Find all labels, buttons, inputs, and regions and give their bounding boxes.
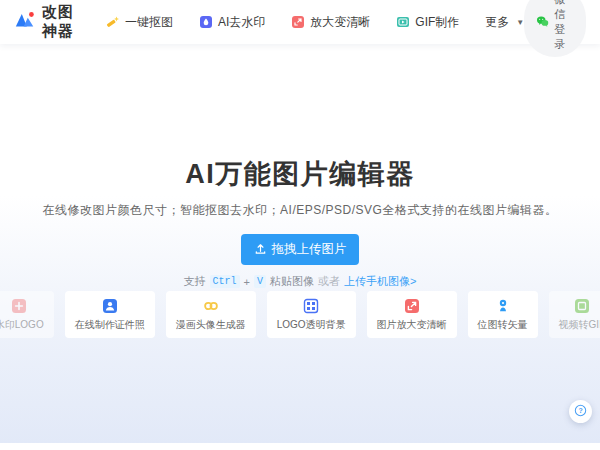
feature-label: 视频转GIF: [559, 318, 600, 332]
feature-card-vector[interactable]: 位图转矢量: [468, 291, 538, 338]
upload-button-label: 拖拽上传图片: [272, 241, 347, 258]
help-button[interactable]: ?: [569, 400, 592, 423]
nav-menu: 一键抠图 AI去水印 放大变清晰: [106, 14, 524, 31]
feature-card-image-enlarge[interactable]: 图片放大变清晰: [367, 291, 457, 338]
gif-make-icon: [396, 15, 410, 29]
support-line: 支持 Ctrl + V 粘贴图像 或者 上传手机图像>: [0, 274, 600, 289]
cartoon-avatar-icon: [203, 298, 219, 314]
watermark-remove-icon: [199, 15, 213, 29]
feature-label: 水印LOGO: [0, 318, 44, 332]
hero-section: AI万能图片编辑器 在线修改图片颜色尺寸；智能抠图去水印；AI/EPS/PSD/…: [0, 44, 600, 289]
nav-item-cutout[interactable]: 一键抠图: [106, 14, 173, 31]
watermark-logo-icon: [11, 298, 27, 314]
feature-label: LOGO透明背景: [277, 318, 346, 332]
feature-label: 位图转矢量: [478, 318, 528, 332]
nav-item-label: 更多: [485, 14, 509, 31]
nav-item-remove-watermark[interactable]: AI去水印: [199, 14, 265, 31]
page-subtitle: 在线修改图片颜色尺寸；智能抠图去水印；AI/EPS/PSD/SVG全格式支持的在…: [0, 202, 600, 219]
feature-label: 图片放大变清晰: [377, 318, 447, 332]
nav-item-enlarge[interactable]: 放大变清晰: [291, 14, 370, 31]
support-paste-text: 粘贴图像: [270, 274, 314, 289]
upload-button[interactable]: 拖拽上传图片: [241, 234, 359, 265]
id-photo-icon: [102, 298, 118, 314]
nav-item-label: GIF制作: [415, 14, 459, 31]
nav-item-label: AI去水印: [218, 14, 265, 31]
feature-card-cartoon-avatar[interactable]: 漫画头像生成器: [166, 291, 256, 338]
video-to-gif-icon: [574, 298, 590, 314]
feature-card-id-photo[interactable]: 在线制作证件照: [65, 291, 155, 338]
transparent-bg-icon: [303, 298, 319, 314]
wechat-login-button[interactable]: 微信登录: [524, 0, 586, 57]
kbd-ctrl: Ctrl: [210, 275, 240, 288]
svg-text:?: ?: [578, 407, 582, 414]
bottom-strip: [0, 443, 600, 450]
feature-card-video-gif[interactable]: 视频转GIF: [549, 291, 600, 338]
enlarge-icon: [291, 15, 305, 29]
page-title: AI万能图片编辑器: [0, 156, 600, 192]
logo-mountain-icon: [14, 9, 36, 35]
support-prefix: 支持: [184, 274, 206, 289]
logo-text: 改图神器: [42, 3, 80, 41]
upload-icon: [254, 242, 267, 258]
question-icon: ?: [574, 403, 587, 421]
nav-item-more[interactable]: 更多 ▼: [485, 14, 524, 31]
wechat-login-label: 微信登录: [554, 0, 574, 52]
feature-label: 漫画头像生成器: [176, 318, 246, 332]
vector-anchor-icon: [495, 298, 511, 314]
magic-wand-icon: [106, 15, 120, 29]
nav-item-label: 一键抠图: [125, 14, 173, 31]
navbar: 改图神器 一键抠图 AI去水印: [0, 0, 600, 44]
nav-item-label: 放大变清晰: [310, 14, 370, 31]
feature-cards-row: 水印LOGO 在线制作证件照 漫画头像生成器: [0, 291, 600, 338]
mobile-upload-link[interactable]: 上传手机图像>: [344, 274, 416, 289]
image-enlarge-icon: [404, 298, 420, 314]
logo[interactable]: 改图神器: [14, 3, 80, 41]
nav-right: 微信登录: [524, 0, 586, 57]
support-or-text: 或者: [318, 274, 340, 289]
feature-card-watermark-logo[interactable]: 水印LOGO: [0, 291, 54, 338]
feature-label: 在线制作证件照: [75, 318, 145, 332]
chevron-down-icon: ▼: [516, 18, 524, 27]
feature-card-transparent-bg[interactable]: LOGO透明背景: [267, 291, 356, 338]
kbd-v: V: [254, 275, 266, 288]
kbd-plus: +: [244, 276, 250, 288]
nav-item-gif[interactable]: GIF制作: [396, 14, 459, 31]
wechat-icon: [536, 15, 549, 30]
